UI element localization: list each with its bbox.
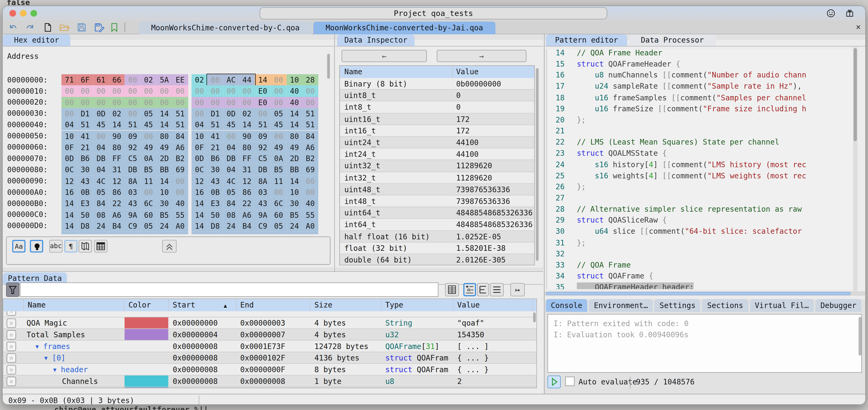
hex-byte[interactable]: 31 bbox=[239, 164, 255, 175]
hex-byte[interactable]: 00 bbox=[239, 85, 255, 97]
hex-byte[interactable]: C5 bbox=[255, 153, 271, 164]
hex-byte[interactable]: 86 bbox=[109, 232, 125, 234]
inspector-table-header[interactable] bbox=[340, 66, 534, 78]
hex-byte[interactable]: 61 bbox=[93, 74, 109, 85]
hex-byte[interactable]: 00 bbox=[156, 97, 172, 108]
hex-byte-grid[interactable]: 00000000:716F616600025AEE0200AC441400102… bbox=[3, 73, 331, 234]
hex-byte[interactable]: 40 bbox=[172, 198, 188, 209]
hex-byte[interactable]: 09 bbox=[125, 130, 141, 142]
hex-byte[interactable]: 90 bbox=[239, 130, 255, 142]
hex-byte[interactable]: 05 bbox=[93, 187, 109, 198]
inspector-row[interactable]: int48_t739876536336 bbox=[340, 196, 534, 207]
hex-byte[interactable]: 0F bbox=[61, 142, 77, 153]
hex-byte[interactable]: 44 bbox=[239, 74, 255, 85]
hex-byte[interactable]: DB bbox=[125, 164, 141, 175]
hex-byte[interactable]: 00 bbox=[125, 97, 141, 108]
console-tab-virtualfil[interactable]: Virtual Fil… bbox=[750, 299, 814, 312]
hex-byte[interactable]: 00 bbox=[302, 175, 318, 187]
inspector-row[interactable]: int24_t44100 bbox=[340, 149, 534, 160]
inspector-row[interactable]: int16_t172 bbox=[340, 125, 534, 137]
hex-byte[interactable]: B6 bbox=[207, 153, 223, 164]
hex-byte[interactable]: 16 bbox=[61, 187, 77, 198]
hex-byte[interactable]: 00 bbox=[207, 74, 223, 85]
code-line[interactable]: 15struct QOAFrameHeader { bbox=[547, 58, 853, 69]
hex-byte[interactable]: 14 bbox=[156, 175, 172, 187]
grid-toggle-button[interactable] bbox=[94, 240, 107, 253]
hex-byte[interactable]: 14 bbox=[61, 198, 77, 209]
hex-byte[interactable]: 10 bbox=[287, 187, 302, 198]
hex-byte[interactable]: A6 bbox=[172, 142, 188, 153]
tree-expand-icon[interactable]: ▼ bbox=[44, 352, 48, 364]
hex-byte[interactable]: E0 bbox=[255, 97, 271, 108]
hex-byte[interactable]: 49 bbox=[141, 142, 156, 153]
hex-byte[interactable]: 71 bbox=[61, 74, 77, 85]
hex-byte[interactable]: 00 bbox=[61, 85, 77, 97]
inspector-row[interactable]: float (32 bit)1.58201E-38 bbox=[340, 242, 534, 254]
inspector-next-button[interactable]: → bbox=[437, 50, 526, 62]
hex-byte[interactable]: 43 bbox=[77, 175, 93, 187]
pattern-col-color[interactable]: Color bbox=[128, 299, 151, 311]
hex-byte[interactable]: 0C bbox=[192, 164, 207, 175]
hex-byte[interactable]: B5 bbox=[271, 164, 286, 175]
hex-byte[interactable]: 28 bbox=[302, 74, 318, 85]
save-button[interactable] bbox=[77, 23, 86, 32]
hex-byte[interactable]: A2 bbox=[287, 232, 302, 234]
hex-byte[interactable]: 00 bbox=[271, 130, 286, 142]
hex-byte[interactable]: 84 bbox=[93, 198, 109, 209]
hex-byte[interactable]: 00 bbox=[125, 108, 141, 119]
hex-byte[interactable]: 04 bbox=[93, 142, 109, 153]
pattern-col-start[interactable]: Start bbox=[173, 299, 195, 311]
hex-byte[interactable]: 14 bbox=[239, 119, 255, 130]
hex-byte[interactable]: D1 bbox=[77, 108, 93, 119]
hex-byte[interactable]: 09 bbox=[255, 130, 271, 142]
hex-byte[interactable]: 2D bbox=[287, 153, 302, 164]
inspector-row[interactable]: double (64 bit)2.0126E-305 bbox=[340, 254, 534, 265]
code-line[interactable]: 21 bbox=[547, 125, 853, 136]
hex-byte[interactable]: 00 bbox=[223, 130, 239, 142]
pattern-row-header[interactable]: ☆▼header0x000000080x0000000F8 bytesstruc… bbox=[3, 364, 536, 375]
hex-byte[interactable]: 21 bbox=[77, 142, 93, 153]
pattern-col-name[interactable]: Name bbox=[28, 299, 46, 311]
hex-byte[interactable]: 21 bbox=[207, 142, 223, 153]
hex-byte[interactable]: 14 bbox=[156, 119, 172, 130]
hex-byte[interactable]: 02 bbox=[109, 108, 125, 119]
hex-byte[interactable]: FF bbox=[109, 153, 125, 164]
filter-funnel-button[interactable] bbox=[6, 283, 20, 297]
hex-byte[interactable]: 00 bbox=[61, 97, 77, 108]
hex-byte[interactable]: A2 bbox=[156, 232, 172, 234]
hex-byte[interactable]: 40 bbox=[77, 232, 93, 234]
hex-byte[interactable]: 14 bbox=[192, 198, 207, 209]
hex-byte[interactable]: 40 bbox=[287, 97, 302, 108]
hex-byte[interactable]: 00 bbox=[255, 108, 271, 119]
hex-byte[interactable]: 0F bbox=[192, 142, 207, 153]
code-line[interactable]: 35 QOAFrameHeader header; bbox=[547, 282, 853, 289]
maximize-window-button[interactable] bbox=[30, 10, 37, 17]
hex-byte[interactable]: 12 bbox=[239, 175, 255, 187]
inspector-row[interactable]: int64_t48488548685326336 bbox=[340, 219, 534, 231]
hex-byte[interactable]: A6 bbox=[109, 209, 125, 221]
hex-byte[interactable]: B5 bbox=[156, 209, 172, 221]
hex-byte[interactable]: 84 bbox=[302, 130, 318, 142]
pattern-row-qoamagic[interactable]: ☆QOA Magic0x000000000x000000034 bytesStr… bbox=[3, 317, 536, 329]
hex-byte[interactable]: 14 bbox=[192, 221, 207, 232]
inspector-row[interactable]: int8_t0 bbox=[340, 102, 534, 113]
code-line[interactable]: 17 u24 sampleRate [[comment("Sample rate… bbox=[547, 81, 853, 92]
hex-byte[interactable]: 10 bbox=[156, 187, 172, 198]
hex-byte[interactable]: 51 bbox=[255, 119, 271, 130]
hex-byte[interactable]: 51 bbox=[77, 119, 93, 130]
gift-icon[interactable] bbox=[845, 9, 854, 18]
tree-expand-icon[interactable]: ▼ bbox=[53, 364, 57, 375]
code-line[interactable]: 26}; bbox=[547, 181, 853, 192]
code-line[interactable]: 19 u16 frameSize [[comment("Frame size i… bbox=[547, 103, 853, 114]
hex-byte[interactable]: 24 bbox=[156, 221, 172, 232]
inspector-row[interactable]: uint16_t172 bbox=[340, 113, 534, 125]
inspector-row[interactable]: Binary (8 bit)0b00000000 bbox=[340, 78, 534, 90]
highlight-toggle-button[interactable] bbox=[30, 240, 43, 253]
inspector-scrollbar[interactable] bbox=[536, 68, 538, 261]
hex-byte[interactable]: 31 bbox=[109, 164, 125, 175]
minimize-window-button[interactable] bbox=[20, 10, 27, 17]
hex-byte[interactable]: 00 bbox=[172, 187, 188, 198]
hex-byte[interactable]: 00 bbox=[141, 130, 156, 142]
hex-byte[interactable]: FF bbox=[239, 153, 255, 164]
hex-byte[interactable]: 00 bbox=[141, 97, 156, 108]
